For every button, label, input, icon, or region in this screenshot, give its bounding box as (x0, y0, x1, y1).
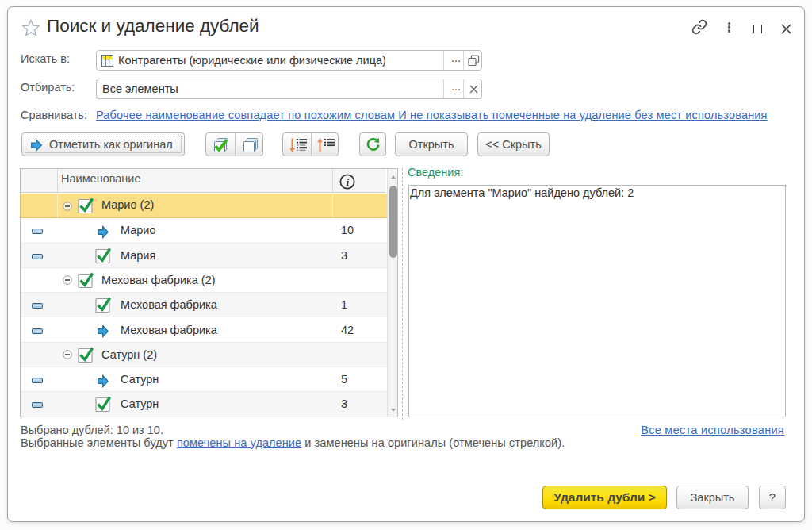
svg-text:i: i (346, 176, 349, 188)
